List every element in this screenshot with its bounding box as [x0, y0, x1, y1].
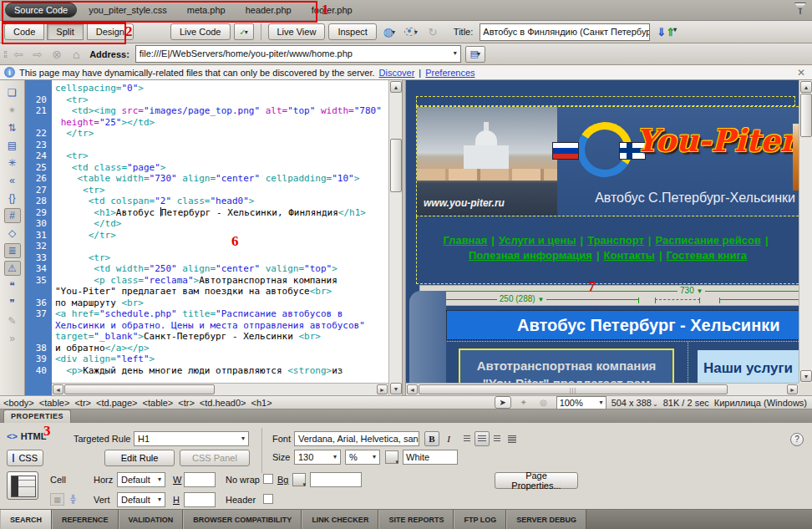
text-color-swatch[interactable]	[385, 450, 398, 464]
code-line[interactable]: <td class="page">	[55, 162, 388, 174]
code-line[interactable]: <tr>	[55, 150, 388, 162]
scroll-up-icon[interactable]: ▲	[390, 81, 402, 93]
tag-selector-item[interactable]: <h1>	[251, 398, 272, 408]
preferences-link[interactable]: Preferences	[425, 68, 475, 78]
results-tab-server-debug[interactable]: SERVER DEBUG	[506, 510, 586, 529]
expand-all-icon[interactable]: ✳	[4, 155, 21, 170]
page-properties-button[interactable]: Page Properties...	[495, 472, 578, 489]
address-input[interactable]: file:///E|/WebServers/home/you-piter/www…	[135, 45, 461, 63]
code-line[interactable]: Хельсинки и обратно. Цены и места отправ…	[55, 320, 388, 332]
code-line[interactable]: <tr>	[55, 94, 388, 106]
inspect-button[interactable]: Inspect	[328, 23, 376, 40]
font-select[interactable]: Verdana, Arial, Helvetica, sans-serif▾	[294, 431, 419, 446]
related-file-tab[interactable]: footer.php	[312, 5, 353, 15]
vert-select[interactable]: Default▾	[117, 492, 165, 507]
view-options-icon[interactable]: ▤▾	[465, 46, 485, 63]
tag-selector-item[interactable]: <table>	[143, 398, 174, 408]
reclama-box[interactable]: Автотранспортная компания "You-Piter" пр…	[459, 348, 674, 383]
forward-icon[interactable]: ⇨	[30, 48, 45, 61]
design-scroll-up-icon[interactable]: ▲	[800, 81, 812, 93]
nav-link[interactable]: Полезная информация	[469, 249, 592, 262]
show-code-navigator-icon[interactable]: ✴	[4, 103, 21, 118]
format-source-code-icon[interactable]: ✎	[4, 313, 21, 328]
scroll-right-icon[interactable]: ►	[377, 384, 388, 394]
align-center-icon[interactable]	[475, 431, 490, 446]
nav-link[interactable]: Транспорт	[587, 234, 644, 247]
bg-color-swatch[interactable]	[292, 473, 306, 486]
size-select[interactable]: 130▾	[294, 450, 341, 465]
open-documents-icon[interactable]: ❏	[4, 85, 21, 100]
check-browser-compatibility-icon[interactable]: ✓▾	[234, 23, 254, 40]
refresh-icon[interactable]: ↻	[424, 24, 442, 39]
code-line[interactable]: <a href="schedule.php" title="Расписание…	[55, 308, 388, 320]
related-file-tab[interactable]: meta.php	[187, 5, 226, 15]
balance-braces-icon[interactable]: {}	[4, 191, 21, 206]
design-view-button[interactable]: Design	[87, 23, 134, 40]
design-scroll-down-icon[interactable]: ▼	[800, 370, 812, 382]
css-mode-button[interactable]: CSS	[7, 450, 43, 466]
nav-link[interactable]: Расписание рейсов	[655, 234, 760, 247]
collapse-selection-icon[interactable]: ▤	[4, 138, 21, 153]
nav-link[interactable]: Контакты	[604, 249, 655, 262]
source-code-tab[interactable]: Source Code	[5, 3, 77, 18]
css-panel-button[interactable]: CSS Panel	[180, 450, 250, 466]
visual-aids-icon[interactable]: ▾	[402, 24, 420, 39]
edit-rule-button[interactable]: Edit Rule	[104, 450, 175, 466]
table-width-bar[interactable]: 730 ▼ 250 (288) ▼	[419, 285, 799, 306]
italic-button[interactable]: I	[441, 431, 456, 446]
code-line[interactable]: "You-Piter" предлагает вам поездки на ав…	[55, 286, 388, 298]
split-cell-icon[interactable]: ╬	[67, 493, 79, 504]
stop-icon[interactable]: ⊗	[49, 48, 64, 61]
tag-selector-item[interactable]: <td.head0>	[200, 398, 246, 408]
code-line[interactable]: по маршруту <br>	[55, 298, 388, 309]
document-title-input[interactable]: Автобус в Финляндию (Санкт Петербург - Х…	[480, 23, 650, 41]
design-scroll-left-icon[interactable]: ◄	[407, 384, 418, 394]
address-dropdown-icon[interactable]: ▾	[454, 47, 457, 61]
related-file-tab[interactable]: you_piter_style.css	[89, 5, 167, 15]
code-line[interactable]: </tr>	[55, 128, 388, 140]
file-management-icon[interactable]: ⇓⇑▾	[657, 26, 677, 38]
width-input[interactable]	[184, 472, 216, 487]
scroll-left-icon[interactable]: ◄	[53, 384, 63, 394]
back-icon[interactable]: ⇦	[11, 48, 26, 61]
code-line[interactable]: <tr>	[55, 252, 388, 264]
table-width-label-730[interactable]: 730 ▼	[678, 286, 705, 295]
code-line[interactable]: <p class="reclama">Автотранспортная комп…	[55, 275, 388, 287]
code-line[interactable]	[55, 241, 388, 252]
syntax-error-alerts-icon[interactable]: ⚠	[4, 261, 21, 276]
nav-link[interactable]: Главная	[443, 234, 487, 247]
results-tab-site-reports[interactable]: SITE REPORTS	[378, 510, 454, 529]
tag-selector-item[interactable]: <body>	[3, 398, 34, 408]
code-hscroll-thumb[interactable]	[64, 384, 215, 394]
tag-selector-item[interactable]: <td.page>	[96, 398, 138, 408]
code-line[interactable]: <td colspan="2" class="head0">	[55, 196, 388, 207]
live-code-button[interactable]: Live Code	[170, 23, 231, 40]
code-line[interactable]: </td>	[55, 218, 388, 230]
select-parent-tag-icon[interactable]: «	[4, 173, 21, 188]
targeted-rule-select[interactable]: H1▾	[134, 431, 249, 446]
collapse-full-tag-icon[interactable]: ⇅	[4, 120, 21, 135]
code-view-button[interactable]: Code	[4, 23, 44, 40]
code-scroll-thumb[interactable]	[390, 139, 402, 192]
bg-color-input[interactable]	[310, 472, 362, 487]
filter-related-files-icon[interactable]	[794, 3, 807, 14]
results-tab-browser-compatibility[interactable]: BROWSER COMPATIBILITY	[183, 510, 302, 529]
header-checkbox[interactable]	[263, 494, 273, 504]
help-icon[interactable]: ?	[790, 433, 804, 446]
code-vertical-scrollbar[interactable]: ▲ ▼	[388, 80, 402, 395]
no-wrap-checkbox[interactable]	[263, 474, 273, 484]
nav-link[interactable]: Гостевая книга	[667, 249, 748, 262]
remove-comment-icon[interactable]: ❞	[4, 296, 21, 311]
results-tab-ftp-log[interactable]: FTP LOG	[454, 510, 506, 529]
select-tool-icon[interactable]: ➤	[495, 396, 511, 409]
design-horizontal-scrollbar[interactable]: ◄ ||| ►	[406, 383, 799, 395]
properties-tab[interactable]: PROPERTIES	[3, 409, 71, 423]
align-right-icon[interactable]	[490, 431, 505, 446]
code-line[interactable]: target="_blank">Санкт-Петербург - Хельси…	[55, 331, 388, 343]
highlight-invalid-code-icon[interactable]: ◇	[4, 226, 21, 241]
code-line[interactable]: <td width="250" align="center" valign="t…	[55, 263, 388, 275]
recent-snippets-icon[interactable]: »	[4, 331, 21, 346]
preview-in-browser-icon[interactable]: ◍▾	[380, 24, 398, 39]
window-size-select[interactable]: 504 x 388 ⌄	[612, 398, 658, 408]
justify-icon[interactable]	[505, 431, 520, 446]
